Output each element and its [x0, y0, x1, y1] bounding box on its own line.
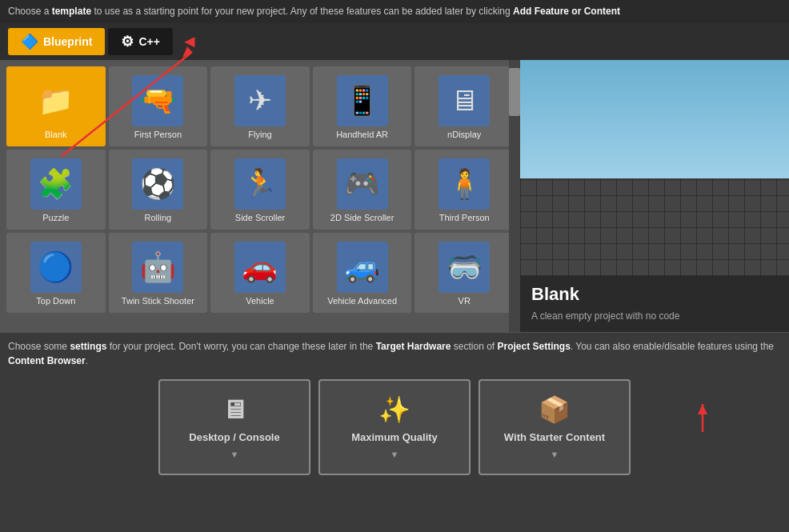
- template-icon-first-person: 🔫: [132, 75, 183, 126]
- template-label-2d-side-scroller: 2D Side Scroller: [330, 213, 394, 223]
- template-label-handheld-ar: Handheld AR: [336, 130, 388, 140]
- settings-btn-icon-starter-content: 📦: [539, 394, 571, 425]
- settings-bar: Choose some settings for your project. D…: [0, 332, 789, 371]
- template-icon-flying: ✈: [234, 75, 286, 126]
- template-item-vehicle-adv[interactable]: 🚙Vehicle Advanced: [313, 233, 412, 313]
- template-item-third-person[interactable]: 🧍Third Person: [415, 150, 514, 230]
- template-item-vehicle[interactable]: 🚗Vehicle: [210, 233, 310, 313]
- template-icon-third-person: 🧍: [439, 158, 490, 210]
- template-label-extra1: VR: [459, 296, 471, 306]
- template-item-first-person[interactable]: 🔫First Person: [109, 66, 208, 146]
- cpp-tab[interactable]: ⚙ C++: [108, 28, 172, 55]
- template-grid: 📁Blank🔫First Person✈Flying📱Handheld AR🖥n…: [6, 66, 514, 313]
- preview-ground: [520, 178, 789, 276]
- template-item-twin-stick[interactable]: 🤖Twin Stick Shooter: [109, 233, 208, 313]
- template-item-ndisplay[interactable]: 🖥nDisplay: [415, 66, 514, 146]
- template-item-side-scroller[interactable]: 🏃Side Scroller: [210, 150, 310, 230]
- scrollbar-thumb[interactable]: [509, 68, 520, 116]
- settings-btn-label-desktop-console: Desktop / Console: [189, 431, 279, 443]
- template-icon-ndisplay: 🖥: [439, 75, 490, 126]
- template-label-twin-stick: Twin Stick Shooter: [122, 296, 194, 306]
- template-icon-extra1: 🥽: [439, 242, 490, 293]
- preview-info: Blank A clean empty project with no code: [520, 276, 789, 331]
- cpp-arrow-indicator: ◄: [181, 31, 198, 52]
- template-icon-blank: 📁: [30, 75, 82, 126]
- template-icon-vehicle-adv: 🚙: [337, 242, 388, 293]
- settings-btn-starter-content[interactable]: 📦With Starter Content▼: [479, 379, 631, 475]
- template-label-puzzle: Puzzle: [42, 213, 69, 223]
- blueprint-tab[interactable]: 🔷 Blueprint: [8, 28, 105, 55]
- preview-sky: [520, 60, 789, 179]
- preview-title: Blank: [531, 284, 778, 305]
- settings-btn-arrow-maximum-quality: ▼: [390, 450, 399, 459]
- template-label-vehicle-adv: Vehicle Advanced: [327, 296, 397, 306]
- tab-row: 🔷 Blueprint ⚙ C++ ◄: [0, 23, 789, 60]
- template-label-flying: Flying: [248, 130, 271, 140]
- settings-btn-arrow-desktop-console: ▼: [230, 450, 239, 459]
- preview-grid: [520, 178, 789, 276]
- settings-btn-maximum-quality[interactable]: ✨Maximum Quality▼: [318, 379, 471, 475]
- template-icon-puzzle: 🧩: [30, 158, 82, 210]
- blueprint-icon: 🔷: [21, 33, 38, 50]
- settings-btn-desktop-console[interactable]: 🖥Desktop / Console▼: [158, 379, 310, 475]
- template-icon-twin-stick: 🤖: [132, 242, 183, 293]
- preview-desc: A clean empty project with no code: [531, 310, 778, 323]
- settings-bold: settings: [70, 341, 106, 352]
- template-item-blank[interactable]: 📁Blank: [6, 66, 106, 146]
- template-label-vehicle: Vehicle: [246, 296, 274, 306]
- template-item-puzzle[interactable]: 🧩Puzzle: [6, 150, 106, 230]
- template-icon-rolling: ⚽: [132, 158, 183, 210]
- main-area: 📁Blank🔫First Person✈Flying📱Handheld AR🖥n…: [0, 60, 789, 332]
- template-icon-top-down: 🔵: [30, 242, 82, 293]
- template-label-third-person: Third Person: [439, 213, 490, 223]
- settings-btn-label-starter-content: With Starter Content: [504, 431, 605, 443]
- top-info-bar: Choose a template to use as a starting p…: [0, 0, 789, 23]
- template-item-top-down[interactable]: 🔵Top Down: [6, 233, 106, 313]
- template-label-first-person: First Person: [134, 130, 182, 140]
- project-settings-bold: Project Settings: [497, 341, 570, 352]
- target-hardware-bold: Target Hardware: [376, 341, 451, 352]
- template-label-top-down: Top Down: [36, 296, 75, 306]
- template-item-flying[interactable]: ✈Flying: [210, 66, 310, 146]
- settings-btn-arrow-starter-content: ▼: [551, 450, 559, 459]
- template-item-2d-side-scroller[interactable]: 🎮2D Side Scroller: [313, 150, 412, 230]
- preview-panel: Blank A clean empty project with no code: [520, 60, 789, 332]
- settings-buttons: 🖥Desktop / Console▼✨Maximum Quality▼📦Wit…: [0, 371, 789, 483]
- template-icon-2d-side-scroller: 🎮: [337, 158, 388, 210]
- settings-btn-icon-maximum-quality: ✨: [378, 394, 411, 425]
- template-grid-container: 📁Blank🔫First Person✈Flying📱Handheld AR🖥n…: [0, 60, 520, 332]
- cpp-icon: ⚙: [121, 33, 134, 50]
- template-bold: template: [52, 6, 91, 17]
- template-item-handheld-ar[interactable]: 📱Handheld AR: [313, 66, 412, 146]
- template-label-side-scroller: Side Scroller: [235, 213, 285, 223]
- add-feature-bold: Add Feature or Content: [513, 6, 620, 17]
- cpp-tab-label: C++: [138, 35, 159, 48]
- content-browser-bold: Content Browser: [8, 355, 86, 366]
- template-label-rolling: Rolling: [145, 213, 172, 223]
- template-icon-side-scroller: 🏃: [234, 158, 286, 210]
- settings-btn-label-maximum-quality: Maximum Quality: [351, 431, 438, 443]
- template-icon-vehicle: 🚗: [234, 242, 286, 293]
- template-label-ndisplay: nDisplay: [447, 130, 481, 140]
- template-icon-handheld-ar: 📱: [337, 75, 388, 126]
- scrollbar[interactable]: [509, 60, 520, 332]
- preview-image: [520, 60, 789, 276]
- settings-btn-icon-desktop-console: 🖥: [222, 395, 247, 425]
- template-label-blank: Blank: [45, 130, 67, 140]
- template-item-rolling[interactable]: ⚽Rolling: [109, 150, 208, 230]
- blueprint-tab-label: Blueprint: [43, 35, 92, 48]
- template-item-extra1[interactable]: 🥽VR: [415, 233, 514, 313]
